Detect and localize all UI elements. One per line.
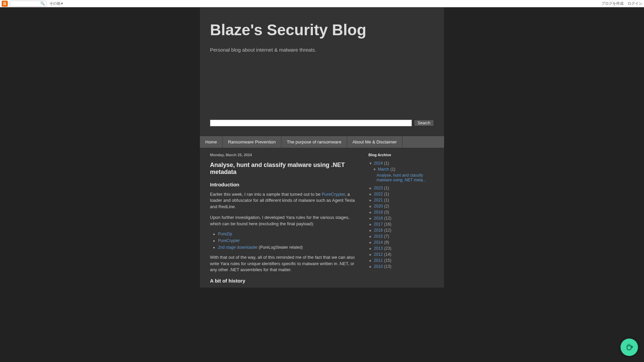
list-item: 2nd stage downloader (PureLogStealer rel…: [218, 245, 357, 250]
search-icon: 🔍: [40, 1, 45, 6]
archive-post-link-row: Analyse, hunt and classify malware using…: [377, 173, 434, 182]
chevron-down-icon: ▾: [61, 1, 63, 6]
archive-year-link[interactable]: 2020: [374, 204, 383, 208]
archive-year-link[interactable]: 2019: [374, 210, 383, 215]
archive-year-count: (1): [384, 192, 389, 196]
list-item: PureCrypter: [218, 238, 357, 243]
collapse-icon[interactable]: ▼: [369, 162, 373, 165]
nav-tabs: Home Ransomware Prevention The purpose o…: [200, 136, 444, 148]
archive-year-collapsed: ►2020(2): [369, 204, 434, 208]
expand-icon[interactable]: ►: [369, 259, 373, 262]
list-item: PureZip: [218, 232, 357, 236]
expand-icon[interactable]: ►: [369, 186, 373, 190]
archive-post-link[interactable]: Analyse, hunt and classify malware using…: [377, 173, 426, 182]
topbar-more-label: その他: [49, 1, 60, 6]
archive-year-link[interactable]: 2023: [374, 186, 383, 190]
login-link[interactable]: ログイン: [628, 1, 642, 6]
search-button[interactable]: Search: [414, 120, 434, 126]
expand-icon[interactable]: ►: [369, 265, 373, 268]
stage2-link[interactable]: 2nd stage downloader: [218, 245, 258, 250]
expand-icon[interactable]: ►: [369, 241, 373, 244]
archive-year-count: (3): [384, 210, 389, 215]
stage2-note: (PureLogStealer related): [258, 245, 303, 250]
nav-home[interactable]: Home: [200, 136, 223, 148]
archive-year-link[interactable]: 2012: [374, 252, 383, 257]
expand-icon[interactable]: ►: [369, 235, 373, 238]
archive-year-collapsed: ►2016(12): [369, 228, 434, 233]
archive-years-list: ►2023(1)►2022(1)►2021(1)►2020(2)►2019(3)…: [369, 186, 434, 269]
search-input[interactable]: [210, 120, 412, 126]
archive-year-link[interactable]: 2016: [374, 228, 383, 233]
archive-year-collapsed: ►2015(7): [369, 234, 434, 239]
archive-year-link[interactable]: 2010: [374, 264, 383, 269]
archive-year-count: (7): [384, 234, 389, 239]
post-list: PureZip PureCrypter 2nd stage downloader…: [218, 232, 357, 250]
expand-icon[interactable]: ►: [369, 210, 373, 214]
archive-year-count: (1): [384, 198, 389, 202]
archive-year-count: (9): [384, 240, 389, 245]
create-blog-link[interactable]: ブログを作成: [601, 1, 624, 6]
history-heading: A bit of history: [210, 278, 357, 284]
post-para-2: Upon further investigation, I developed …: [210, 215, 357, 227]
archive-year-count: (1): [384, 161, 389, 166]
topbar-search[interactable]: 🔍: [10, 1, 47, 7]
blogger-icon[interactable]: [2, 1, 8, 7]
archive-year-link[interactable]: 2018: [374, 216, 383, 221]
archive-year-expanded: ▼ 2024 (1): [369, 161, 434, 166]
archive-year-link[interactable]: 2015: [374, 234, 383, 239]
expand-icon[interactable]: ►: [369, 192, 373, 196]
archive-year-link[interactable]: 2014: [374, 240, 383, 245]
columns: Monday, March 25, 2024 Analyse, hunt and…: [210, 153, 434, 288]
archive-year-collapsed: ►2010(13): [369, 264, 434, 269]
archive-year-link[interactable]: 2024: [374, 161, 383, 166]
expand-icon[interactable]: ►: [369, 247, 373, 250]
purecrypter-list-link[interactable]: PureCrypter: [218, 238, 240, 243]
topbar-right: ブログを作成 ログイン: [601, 1, 642, 6]
archive-year-collapsed: ►2023(1): [369, 186, 434, 190]
topbar-more-dropdown[interactable]: その他 ▾: [49, 1, 63, 6]
expand-icon[interactable]: ►: [369, 229, 373, 232]
main-column: Monday, March 25, 2024 Analyse, hunt and…: [210, 153, 357, 288]
blogger-topbar: 🔍 その他 ▾ ブログを作成 ログイン: [0, 0, 644, 7]
archive-year-collapsed: ►2021(1): [369, 198, 434, 202]
sidebar: Blog Archive ▼ 2024 (1) ▼ March (1) Anal…: [369, 153, 434, 288]
post-title[interactable]: Analyse, hunt and classify malware using…: [210, 162, 357, 176]
archive-year-link[interactable]: 2011: [374, 258, 383, 263]
blog-title[interactable]: Blaze's Security Blog: [210, 21, 434, 39]
archive-year-link[interactable]: 2021: [374, 198, 383, 202]
archive-month-expanded: ▼ March (1): [373, 167, 434, 172]
collapse-icon[interactable]: ▼: [373, 168, 377, 171]
purezip-link[interactable]: PureZip: [218, 232, 232, 236]
blog-subtitle: Personal blog about internet & malware t…: [210, 47, 434, 53]
archive-tree: ▼ 2024 (1) ▼ March (1) Analyse, hunt and…: [369, 161, 434, 269]
archive-year-collapsed: ►2019(3): [369, 210, 434, 215]
nav-about[interactable]: About Me & Disclaimer: [347, 136, 402, 148]
search-row: Search: [210, 120, 434, 126]
expand-icon[interactable]: ►: [369, 198, 373, 202]
archive-year-link[interactable]: 2022: [374, 192, 383, 196]
archive-year-collapsed: ►2013(23): [369, 246, 434, 251]
archive-year-count: (14): [384, 252, 391, 257]
expand-icon[interactable]: ►: [369, 204, 373, 208]
archive-year-link[interactable]: 2017: [374, 222, 383, 227]
expand-icon[interactable]: ►: [369, 253, 373, 256]
post-para-3: With that out of the way, all of this re…: [210, 254, 357, 273]
expand-icon[interactable]: ►: [369, 223, 373, 226]
archive-year-link[interactable]: 2013: [374, 246, 383, 251]
archive-year-collapsed: ►2022(1): [369, 192, 434, 196]
archive-month-count: (1): [390, 167, 395, 172]
archive-year-collapsed: ►2018(12): [369, 216, 434, 221]
para1-pre: Earlier this week, I ran into a sample t…: [210, 192, 322, 197]
archive-year-count: (12): [384, 228, 391, 233]
post-para-1: Earlier this week, I ran into a sample t…: [210, 191, 357, 210]
purecrypter-link[interactable]: PureCrypter: [322, 192, 345, 197]
archive-year-collapsed: ►2014(9): [369, 240, 434, 245]
archive-month-link[interactable]: March: [378, 167, 389, 172]
expand-icon[interactable]: ►: [369, 217, 373, 220]
nav-purpose-of-ransomware[interactable]: The purpose of ransomware: [281, 136, 347, 148]
archive-year-collapsed: ►2017(16): [369, 222, 434, 227]
nav-ransomware-prevention[interactable]: Ransomware Prevention: [223, 136, 281, 148]
archive-year-count: (12): [384, 216, 391, 221]
post-date: Monday, March 25, 2024: [210, 153, 357, 157]
archive-year-count: (2): [384, 204, 389, 208]
